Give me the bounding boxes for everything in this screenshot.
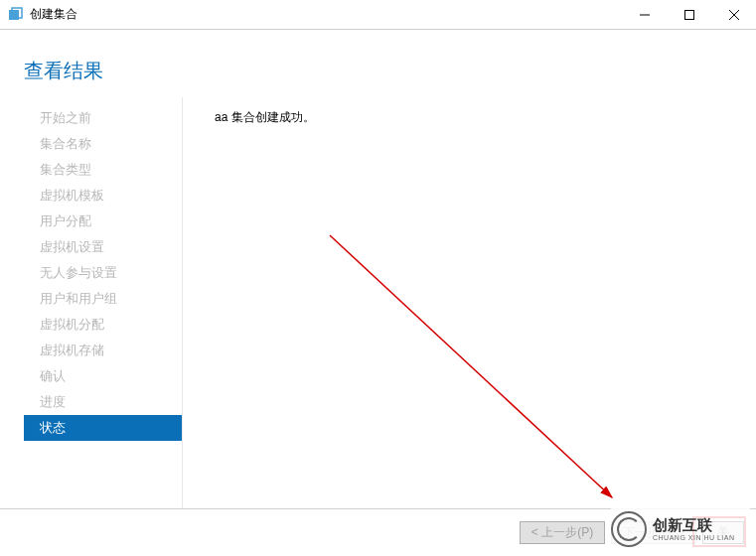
sidebar-item-vm-assign: 虚拟机分配 [24, 312, 182, 338]
page-title: 查看结果 [0, 30, 756, 84]
window-title: 创建集合 [30, 6, 622, 23]
sidebar-item-vm-storage: 虚拟机存储 [24, 338, 182, 363]
close-wizard-button[interactable]: 关 [702, 521, 744, 544]
svg-rect-3 [684, 11, 693, 20]
next-button: 下一步(N) > [611, 521, 696, 544]
sidebar-item-progress: 进度 [24, 389, 182, 415]
sidebar-item-collection-type: 集合类型 [24, 157, 182, 183]
prev-button: < 上一步(P) [520, 521, 605, 544]
minimize-button[interactable] [622, 0, 667, 30]
sidebar-item-unattended: 无人参与设置 [24, 260, 182, 286]
app-icon [8, 7, 24, 23]
window-controls [622, 0, 756, 29]
sidebar-item-user-assign: 用户分配 [24, 208, 182, 234]
sidebar-item-confirm: 确认 [24, 363, 182, 389]
sidebar-item-start: 开始之前 [24, 105, 182, 131]
sidebar-item-user-groups: 用户和用户组 [24, 286, 182, 312]
close-button[interactable] [711, 0, 756, 30]
main-area: 开始之前 集合名称 集合类型 虚拟机模板 用户分配 虚拟机设置 无人参与设置 用… [24, 97, 756, 508]
sidebar-item-vm-settings: 虚拟机设置 [24, 234, 182, 260]
wizard-sidebar: 开始之前 集合名称 集合类型 虚拟机模板 用户分配 虚拟机设置 无人参与设置 用… [24, 97, 183, 508]
sidebar-item-vm-template: 虚拟机模板 [24, 183, 182, 208]
content-area: aa 集合创建成功。 [183, 97, 756, 508]
status-message: aa 集合创建成功。 [215, 109, 732, 126]
sidebar-item-collection-name: 集合名称 [24, 131, 182, 157]
titlebar: 创建集合 [0, 0, 756, 30]
sidebar-item-status: 状态 [24, 415, 182, 441]
footer: < 上一步(P) 下一步(N) > 关 [0, 508, 756, 556]
maximize-button[interactable] [667, 0, 711, 30]
